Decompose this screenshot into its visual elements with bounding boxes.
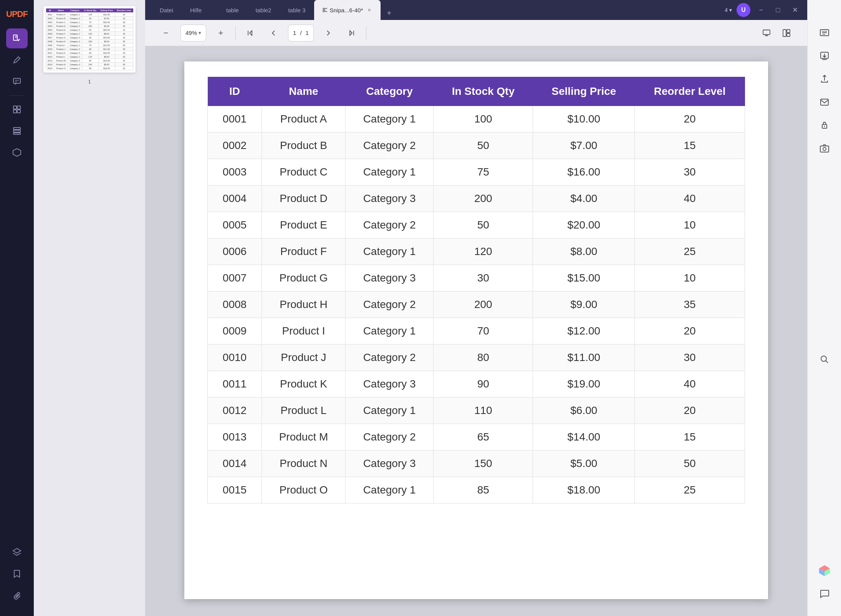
zoom-value: 49% <box>185 30 197 36</box>
table-row: 0008Product HCategory 2200$9.0035 <box>208 291 745 318</box>
svg-point-26 <box>821 356 826 361</box>
pages-icon <box>12 105 22 114</box>
comment-icon <box>12 77 22 86</box>
table-row: 0005Product ECategory 250$20.0010 <box>208 212 745 238</box>
edit-icon <box>12 34 22 43</box>
page-counter: 4 ▾ <box>725 7 732 13</box>
grid-view-button[interactable] <box>778 25 795 41</box>
svg-rect-4 <box>13 110 17 113</box>
present-icon <box>762 29 771 37</box>
email-button[interactable] <box>814 92 835 112</box>
page-nav: 1 / 1 <box>288 25 314 41</box>
tab-table2[interactable]: table2 <box>247 0 280 20</box>
present-button[interactable] <box>758 25 775 41</box>
tab-table[interactable]: table <box>218 0 247 20</box>
zoom-control[interactable]: 49% ▾ <box>180 25 206 41</box>
email-icon <box>819 97 829 107</box>
close-tab-button[interactable]: ✕ <box>366 7 372 13</box>
svg-point-10 <box>323 8 324 10</box>
convert-icon <box>12 148 22 157</box>
right-sidebar-bottom <box>814 561 835 610</box>
sidebar-bottom <box>6 542 28 611</box>
upload-button[interactable] <box>814 69 835 89</box>
sidebar-item-edit[interactable] <box>6 28 28 48</box>
minimize-button[interactable]: − <box>755 4 767 16</box>
svg-point-11 <box>323 10 324 12</box>
thumbnail-table-row: 0005Product ECategory 250$20.0010 <box>46 28 133 32</box>
password-button[interactable] <box>814 115 835 135</box>
svg-point-25 <box>823 147 826 151</box>
logo: UPDF <box>0 5 34 24</box>
page-total: 1 <box>306 30 309 36</box>
sidebar-item-bookmark[interactable] <box>6 564 28 584</box>
table-row: 0007Product GCategory 330$15.0010 <box>208 265 745 291</box>
page-prev-button[interactable] <box>265 25 282 41</box>
zoom-in-button[interactable]: + <box>212 25 229 41</box>
thumbnail-table-row: 0003Product CCategory 175$16.0030 <box>46 20 133 24</box>
scissors-icon <box>323 7 328 13</box>
svg-text:OCR: OCR <box>822 30 827 33</box>
thumbnail-card[interactable]: IDNameCategoryIn Stock QtySelling PriceR… <box>43 6 136 73</box>
sidebar-item-annotate[interactable] <box>6 50 28 70</box>
user-avatar[interactable]: U <box>737 3 750 17</box>
table-row: 0003Product CCategory 175$16.0030 <box>208 159 745 185</box>
camera-button[interactable] <box>814 138 835 158</box>
table-row: 0009Product ICategory 170$12.0020 <box>208 318 745 344</box>
svg-rect-5 <box>17 110 20 113</box>
chat-button[interactable] <box>814 584 835 604</box>
upload-icon <box>819 74 829 84</box>
thumbnail-table-row: 0014Product NCategory 3150$5.0050 <box>46 63 133 66</box>
zoom-out-button[interactable]: − <box>157 25 174 41</box>
table-row: 0002Product BCategory 250$7.0015 <box>208 132 745 159</box>
close-button[interactable]: ✕ <box>789 4 801 16</box>
ocr-button[interactable]: OCR <box>814 23 835 43</box>
page-next-icon <box>324 29 332 37</box>
toolbar-separator-1 <box>235 26 236 40</box>
annotate-icon <box>12 55 22 65</box>
page-last-icon <box>348 29 355 37</box>
sidebar-item-comment[interactable] <box>6 71 28 91</box>
sidebar-item-attachment[interactable] <box>6 585 28 605</box>
svg-line-13 <box>324 11 327 12</box>
sidebar-item-layers[interactable] <box>6 542 28 562</box>
table-row: 0011Product KCategory 390$19.0040 <box>208 371 745 397</box>
tab-table3[interactable]: table 3 <box>280 0 314 20</box>
new-tab-button[interactable]: + <box>382 6 396 20</box>
page-first-button[interactable] <box>242 25 259 41</box>
table-row: 0004Product DCategory 3200$4.0040 <box>208 185 745 212</box>
tab-datei[interactable]: Datei <box>151 0 182 20</box>
download-button[interactable] <box>814 46 835 66</box>
zoom-chevron: ▾ <box>199 30 201 36</box>
thumbnail-table-row: 0007Product GCategory 330$15.0010 <box>46 36 133 40</box>
tab-hilfe[interactable]: Hilfe <box>182 0 210 20</box>
thumbnail-table-row: 0006Product FCategory 1120$8.0025 <box>46 32 133 36</box>
sidebar-divider-1 <box>9 95 25 96</box>
table-row: 0012Product LCategory 1110$6.0020 <box>208 397 745 424</box>
table-row: 0006Product FCategory 1120$8.0025 <box>208 238 745 265</box>
sidebar-item-pages[interactable] <box>6 99 28 119</box>
page-next-button[interactable] <box>320 25 337 41</box>
thumbnail-table-row: 0012Product LCategory 1110$6.0020 <box>46 55 133 59</box>
svg-rect-6 <box>13 128 20 129</box>
grid-view-icon <box>782 29 791 37</box>
svg-line-12 <box>324 8 327 9</box>
page-last-button[interactable] <box>343 25 360 41</box>
sidebar-item-organize[interactable] <box>6 121 28 141</box>
chat-icon <box>819 589 829 599</box>
sidebar-item-convert[interactable] <box>6 142 28 162</box>
svg-rect-14 <box>763 30 770 35</box>
svg-marker-9 <box>13 149 21 156</box>
tab-snipa[interactable]: Snipa...6-40* ✕ <box>314 0 381 20</box>
toolbar-right <box>758 25 795 41</box>
table-row: 0013Product MCategory 265$14.0015 <box>208 424 745 450</box>
svg-rect-7 <box>13 130 20 132</box>
pdf-page: IDNameCategoryIn Stock QtySelling PriceR… <box>184 61 768 599</box>
search-button[interactable] <box>814 349 835 369</box>
document-view: IDNameCategoryIn Stock QtySelling PriceR… <box>145 46 807 616</box>
title-bar-right: 4 ▾ U − □ ✕ <box>725 3 801 17</box>
maximize-button[interactable]: □ <box>772 4 784 16</box>
thumbnail-table-row: 0011Product KCategory 390$19.0040 <box>46 51 133 55</box>
thumbnail-table-row: 0015Product OCategory 185$18.0025 <box>46 66 133 70</box>
updf-colorful-button[interactable] <box>814 561 835 581</box>
organize-icon <box>12 126 22 136</box>
